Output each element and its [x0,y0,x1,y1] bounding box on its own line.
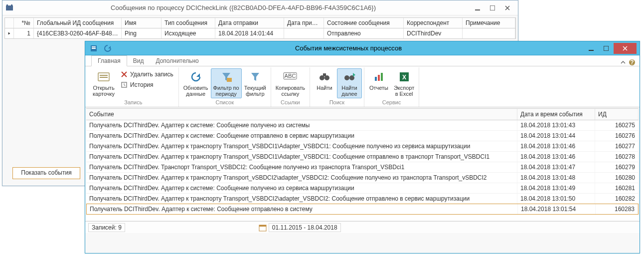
find-next-label: Найтидалее [341,85,357,97]
col-sent[interactable]: Дата отправки [215,18,284,28]
tab-view[interactable]: Вид [127,56,150,66]
table-row[interactable]: Получатель DCIThirdDev. Адаптер к трансп… [86,173,639,183]
col-type[interactable]: Тип сообщения [161,18,215,28]
maximize-button[interactable] [485,2,500,13]
filter-period-button[interactable]: Фильтр попериоду [211,68,242,98]
col-event[interactable]: Событие [86,109,517,120]
statusbar: Записей: 9 01.11.2015 - 18.04.2018 [85,221,640,233]
col-state[interactable]: Состояние сообщения [324,18,404,28]
table-row[interactable]: Получатель DCIThirdDev. Адаптер к трансп… [86,141,639,152]
copy-link-button[interactable]: ABC Копироватьссылку [273,68,308,98]
binoculars-next-icon [342,70,356,84]
svg-text:ABC: ABC [285,73,296,79]
refresh-label: Обновитьданные [183,85,208,97]
delete-record-button[interactable]: Удалить запись [118,69,175,79]
table-row[interactable]: 1 {416CE3B3-0260-46AF-B486-650... Ping И… [5,28,515,38]
history-button[interactable]: История [118,80,175,90]
tab-main[interactable]: Главная [91,55,127,66]
close-button[interactable] [500,2,515,13]
cell-recv [284,28,324,38]
cell-note [463,28,515,38]
cell-num: 1 [14,28,34,38]
svg-rect-3 [475,9,480,10]
minimize-button[interactable] [584,43,599,54]
show-events-button[interactable]: Показать события [12,167,80,179]
date-range-text[interactable]: 01.11.2015 - 18.04.2018 [269,223,341,232]
abc-icon: ABC [283,70,297,84]
col-recv[interactable]: Дата приема [284,18,324,28]
events-window: События межсистемных процессов Главная В… [85,41,640,254]
open-card-label: Открытькарточку [93,85,115,97]
refresh-data-button[interactable]: Обновитьданные [181,68,211,98]
open-card-button[interactable]: Открытькарточку [90,68,117,98]
ribbon: Открытькарточку Удалить запись История З… [85,66,640,107]
titlebar-back: Сообщения по процессу DCICheckLink ({82C… [2,0,518,15]
tab-additional[interactable]: Дополнительно [150,56,204,66]
cell-name: Ping [122,28,161,38]
cell-event: Получатель DCIThirdDev. Адаптер к трансп… [86,141,517,151]
group-label-find: Поиск [312,98,362,107]
export-excel-button[interactable]: X Экспортв Excel [391,68,417,98]
svg-rect-0 [6,5,13,10]
table-row[interactable]: Получатель DCIThirdDev. Адаптер к систем… [86,183,639,194]
form-icon[interactable] [88,43,99,54]
col-name[interactable]: Имя [122,18,161,28]
reports-button[interactable]: Отчеты [366,68,391,92]
cell-event: Получатель DCIThirdDev. Адаптер к трансп… [86,194,517,204]
cell-event: Получатель DCIThirdDev. Адаптер к систем… [86,120,517,130]
table-row[interactable]: Получатель DCIThirdDev. Адаптер к систем… [86,120,639,131]
col-num[interactable]: *№ [14,18,34,28]
cell-id: 160276 [595,131,639,141]
table-row[interactable]: Получатель DCIThirdDev. Адаптер к трансп… [86,194,639,204]
cell-gid: {416CE3B3-0260-46AF-B486-650... [34,28,122,38]
cell-id: 160279 [595,162,639,172]
table-row[interactable]: Получатель DCIThirdDev. Адаптер к систем… [86,131,639,141]
cell-state: Отправлено [324,28,404,38]
close-button[interactable] [614,43,637,54]
col-gid[interactable]: Глобальный ИД сообщения [34,18,122,28]
cell-corr: DCIThirdDev [404,28,463,38]
col-datetime[interactable]: Дата и время события [517,109,595,120]
delete-label: Удалить запись [130,71,173,78]
funnel-calendar-icon [219,70,233,84]
svg-rect-2 [11,4,12,5]
cell-id: 160282 [595,194,639,204]
current-filter-button[interactable]: Текущийфильтр [242,68,269,98]
cell-sent: 18.04.2018 14:01:44 [215,28,284,38]
refresh-icon[interactable] [102,43,113,54]
svg-rect-26 [381,73,383,81]
find-next-button[interactable]: Найтидалее [337,68,362,98]
record-count: Записей: 9 [88,223,125,232]
help-icon[interactable]: ? [629,59,636,66]
excel-icon: X [397,70,411,84]
find-button[interactable]: Найти [312,68,337,92]
ribbon-group-find: Найти Найтидалее Поиск [310,67,364,107]
ribbon-group-service: Отчеты X Экспортв Excel Сервис [364,67,419,107]
cell-id: 160281 [595,183,639,193]
col-corr[interactable]: Корреспондент [404,18,463,28]
table-row[interactable]: Получатель DCIThirdDev. Адаптер к систем… [86,204,639,215]
svg-rect-4 [490,5,495,10]
table-row[interactable]: Получатель DCIThirdDev. Транспорт Transp… [86,162,639,173]
messages-grid-header: *№ Глобальный ИД сообщения Имя Тип сообщ… [5,18,515,28]
messages-grid: *№ Глобальный ИД сообщения Имя Тип сообщ… [4,17,516,39]
col-note[interactable]: Примечание [463,18,515,28]
ribbon-collapse-icon[interactable] [621,60,626,65]
ribbon-group-links: ABC Копироватьссылку Ссылки [271,67,310,107]
svg-rect-7 [92,48,96,49]
cell-id: 160275 [595,120,639,130]
table-row[interactable]: Получатель DCIThirdDev. Адаптер к трансп… [86,152,639,162]
ribbon-group-record: Открытькарточку Удалить запись История З… [88,67,179,107]
delete-icon [120,70,128,78]
svg-point-22 [344,75,349,80]
refresh-icon [189,70,203,84]
col-id[interactable]: ИД [595,109,639,120]
cell-event: Получатель DCIThirdDev. Адаптер к трансп… [86,173,517,183]
cell-id: 160283 [596,204,638,214]
maximize-button[interactable] [599,43,614,54]
cell-event: Получатель DCIThirdDev. Адаптер к систем… [87,204,518,214]
svg-rect-16 [227,78,232,82]
cell-event: Получатель DCIThirdDev. Адаптер к трансп… [86,152,517,162]
cell-date: 18.04.2018 13:01:50 [517,194,595,204]
minimize-button[interactable] [470,2,485,13]
